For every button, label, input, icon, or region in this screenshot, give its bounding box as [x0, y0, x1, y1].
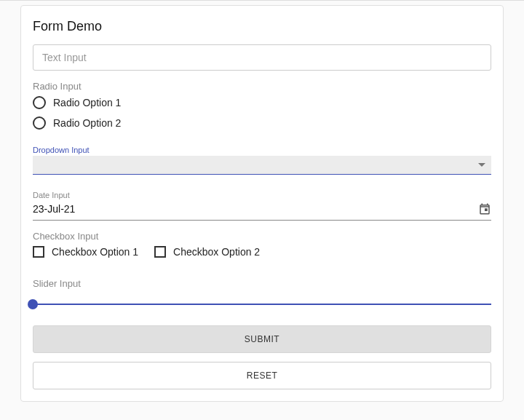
date-label: Date Input [33, 191, 491, 199]
radio-group-label: Radio Input [33, 81, 491, 92]
slider-section: Slider Input [33, 278, 491, 305]
checkbox-icon [154, 246, 166, 258]
checkbox-group-label: Checkbox Input [33, 231, 491, 242]
dropdown-input[interactable] [33, 156, 491, 175]
radio-option-1[interactable]: Radio Option 1 [33, 96, 491, 109]
slider-label: Slider Input [33, 278, 491, 289]
text-input[interactable] [33, 44, 491, 71]
radio-icon [33, 116, 46, 130]
chevron-down-icon [478, 163, 485, 167]
radio-option-2[interactable]: Radio Option 2 [33, 116, 491, 130]
checkbox-option-2[interactable]: Checkbox Option 2 [154, 246, 260, 258]
checkbox-option-label: Checkbox Option 2 [173, 246, 260, 258]
radio-option-label: Radio Option 2 [53, 117, 121, 129]
checkbox-icon [33, 246, 44, 258]
form-card: Form Demo Radio Input Radio Option 1 Rad… [20, 5, 504, 402]
slider-thumb[interactable] [28, 299, 38, 309]
radio-option-label: Radio Option 1 [53, 97, 121, 108]
dropdown-label: Dropdown Input [33, 146, 491, 154]
page-title: Form Demo [33, 19, 491, 34]
checkbox-option-1[interactable]: Checkbox Option 1 [33, 246, 138, 258]
date-value: 23-Jul-21 [33, 203, 75, 215]
checkbox-option-label: Checkbox Option 1 [52, 246, 138, 258]
slider-input[interactable] [33, 304, 491, 305]
date-input[interactable]: 23-Jul-21 [33, 199, 491, 221]
reset-button[interactable]: RESET [33, 362, 491, 389]
submit-button[interactable]: SUBMIT [33, 325, 491, 353]
calendar-icon [478, 202, 491, 215]
radio-icon [33, 96, 46, 109]
checkbox-group: Checkbox Option 1 Checkbox Option 2 [33, 246, 491, 258]
